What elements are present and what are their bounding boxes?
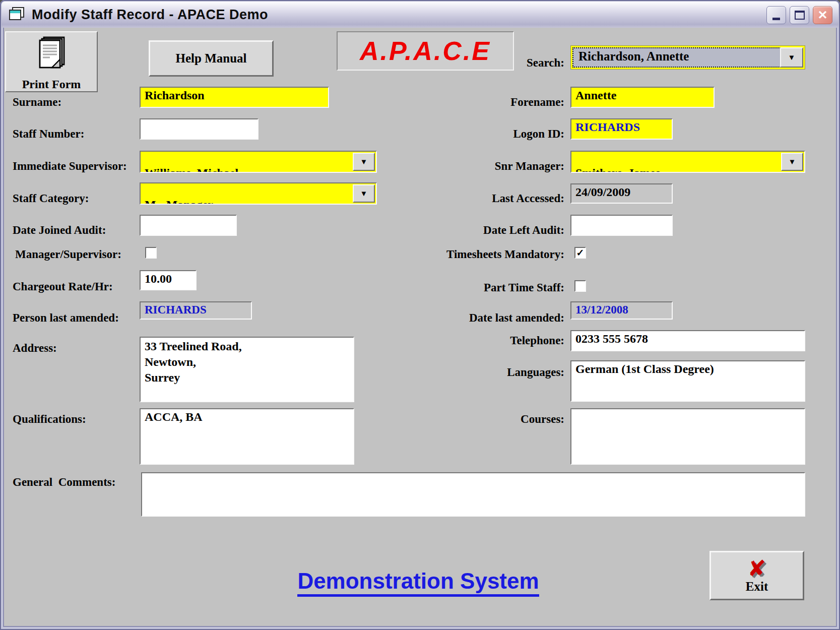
date-joined-audit-field[interactable] [140,215,237,236]
manager-supervisor-checkbox[interactable] [145,247,157,259]
close-icon: ✕ [817,8,827,22]
qualifications-textarea[interactable]: ACCA, BA [140,408,354,465]
forename-label: Forename: [333,96,564,109]
staff-category-value: M - Manager [145,198,213,205]
last-accessed-field: 24/09/2009 [570,183,673,204]
chargeout-rate-label: Chargeout Rate/Hr: [13,280,113,293]
chargeout-rate-field[interactable]: 10.00 [140,270,197,290]
help-manual-button[interactable]: Help Manual [149,40,274,77]
date-left-audit-label: Date Left Audit: [333,224,564,237]
snr-manager-combobox[interactable]: Smithers, James ▼ [570,151,805,173]
surname-label: Surname: [13,96,61,109]
staff-number-field[interactable] [140,118,259,140]
exit-cross-icon: ✘ [748,557,766,580]
person-last-amended-label: Person last amended: [13,311,119,325]
exit-button[interactable]: ✘ Exit [709,551,804,600]
logon-id-label: Logon ID: [333,128,564,141]
minimize-icon [772,18,780,20]
languages-textarea[interactable]: German (1st Class Degree) [570,360,805,402]
languages-label: Languages: [333,366,564,379]
general-comments-textarea[interactable] [141,472,805,517]
address-textarea[interactable]: 33 Treelined Road, Newtown, Surrey [140,337,354,402]
search-label: Search: [333,56,564,70]
courses-textarea[interactable] [570,408,805,465]
qualifications-label: Qualifications: [13,413,86,426]
date-left-audit-field[interactable] [570,215,673,236]
app-window: Modify Staff Record - APACE Demo ✕ Print… [0,0,840,630]
snr-manager-value: Smithers, James [575,166,660,173]
person-last-amended-field: RICHARDS [140,301,252,320]
snr-manager-dropdown-button[interactable]: ▼ [781,153,803,171]
window-title: Modify Staff Record - APACE Demo [32,7,268,23]
timesheets-mandatory-label: Timesheets Mandatory: [333,248,564,261]
chevron-down-icon: ▼ [789,158,796,166]
title-bar[interactable]: Modify Staff Record - APACE Demo ✕ [2,2,838,28]
search-value[interactable]: Richardson, Annette [572,47,782,68]
minimize-button[interactable] [766,6,786,24]
exit-label: Exit [746,580,768,594]
surname-field[interactable]: Richardson [140,87,329,108]
telephone-label: Telephone: [333,334,564,347]
staff-category-label: Staff Category: [13,192,89,205]
date-joined-audit-label: Date Joined Audit: [13,224,106,237]
snr-manager-label: Snr Manager: [333,160,564,173]
timesheets-mandatory-checkbox[interactable]: ✓ [574,247,586,259]
manager-supervisor-label: Manager/Supervisor: [15,248,121,261]
logon-id-field[interactable]: RICHARDS [570,118,673,140]
date-last-amended-field: 13/12/2008 [570,301,673,320]
form-icon [9,7,26,22]
demonstration-system-text: Demonstration System [297,569,539,597]
maximize-button[interactable] [790,6,809,24]
immediate-supervisor-value: Williams, Michael [145,166,238,173]
address-label: Address: [13,342,57,355]
date-last-amended-label: Date last amended: [333,311,564,325]
print-form-label: Print Form [22,78,81,91]
last-accessed-label: Last Accessed: [333,192,564,205]
courses-label: Courses: [333,413,564,426]
demonstration-system-banner: Demonstration System [262,569,574,594]
print-form-button[interactable]: Print Form [5,31,98,92]
print-form-icon [35,35,68,77]
immediate-supervisor-label: Immediate Supervisor: [13,160,127,173]
staff-number-label: Staff Number: [13,128,84,141]
chevron-down-icon: ▼ [788,53,796,62]
close-button[interactable]: ✕ [813,6,832,24]
search-dropdown-button[interactable]: ▼ [780,47,803,68]
telephone-field[interactable]: 0233 555 5678 [570,330,805,351]
forename-field[interactable]: Annette [570,87,715,108]
part-time-staff-checkbox[interactable] [574,280,586,292]
search-combobox[interactable]: Richardson, Annette ▼ [570,45,805,70]
maximize-icon [795,11,805,20]
part-time-staff-label: Part Time Staff: [333,281,564,294]
help-manual-label: Help Manual [176,51,247,66]
general-comments-label: General Comments: [13,476,115,489]
